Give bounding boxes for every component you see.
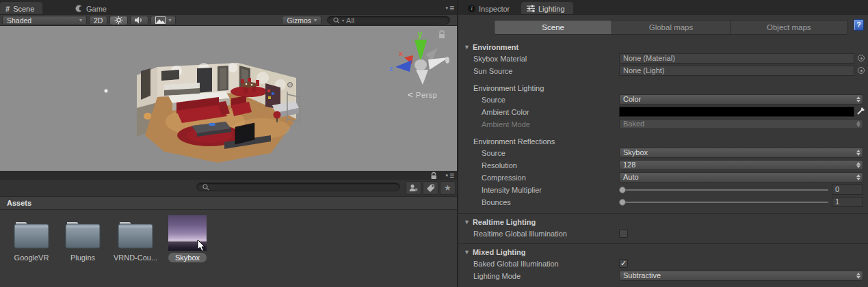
realtime-gi-checkbox[interactable] xyxy=(619,229,628,238)
persp-arrow-icon: < xyxy=(408,90,413,100)
game-icon xyxy=(75,5,83,12)
tab-scene[interactable]: # Scene xyxy=(0,2,42,15)
scene-audio-toggle[interactable] xyxy=(130,16,148,25)
folder-icon xyxy=(116,218,155,250)
reflections-compression-dropdown[interactable]: Auto xyxy=(619,172,863,182)
eyedropper-icon[interactable] xyxy=(856,107,865,117)
view-tab-global-maps[interactable]: Global maps xyxy=(612,20,730,34)
subsection-environment-reflections: Environment Reflections xyxy=(458,136,868,147)
chevron-down-icon: ▾ xyxy=(314,18,317,23)
asset-label: Plugins xyxy=(59,254,107,262)
row-realtime-gi: Realtime Global Illumination xyxy=(458,228,868,240)
scene-lighting-toggle[interactable] xyxy=(109,16,128,25)
assets-grid: GoogleVR Plugins xyxy=(0,210,457,287)
slider-handle[interactable] xyxy=(619,199,626,206)
search-icon xyxy=(202,184,209,191)
lighting-mode-dropdown[interactable]: Subtractive xyxy=(619,271,863,281)
help-icon[interactable]: ? xyxy=(854,19,864,31)
inspector-tabstrip: i Inspector Lighting xyxy=(458,0,868,15)
intensity-multiplier-slider[interactable] xyxy=(619,184,828,195)
view-tab-scene[interactable]: Scene xyxy=(495,20,612,34)
object-picker-icon[interactable] xyxy=(858,67,865,74)
scene-search-input[interactable]: ▾ All xyxy=(327,16,450,25)
scene-viewport[interactable]: y x z xyxy=(0,26,457,171)
lock-icon[interactable] xyxy=(438,30,446,40)
tab-game[interactable]: Game xyxy=(70,2,115,15)
search-by-type-button[interactable] xyxy=(406,181,421,195)
row-lighting-mode: Lighting Mode Subtractive xyxy=(458,270,868,282)
skybox-material-field[interactable]: None (Material) xyxy=(619,53,854,64)
subsection-environment-lighting: Environment Lighting xyxy=(458,83,868,94)
check-icon: ✓ xyxy=(620,260,627,267)
dropdown-arrows-icon xyxy=(856,174,860,180)
lighting-view-tabs: Scene Global maps Object maps xyxy=(494,20,848,35)
axis-z-label: z xyxy=(389,64,393,72)
dropdown-arrows-icon xyxy=(856,96,860,102)
effects-dropdown[interactable]: ▾ xyxy=(150,16,176,25)
asset-folder-vrnd-course[interactable]: VRND-Cou... xyxy=(111,218,159,262)
intensity-multiplier-value[interactable]: 0 xyxy=(832,184,863,195)
asset-folder-plugins[interactable]: Plugins xyxy=(59,218,107,262)
dropdown-arrows-icon xyxy=(856,162,860,168)
object-picker-icon[interactable] xyxy=(858,55,865,62)
lock-icon[interactable] xyxy=(430,172,438,180)
persp-text: Persp xyxy=(416,91,437,99)
search-by-label-button[interactable] xyxy=(423,181,438,195)
scene-grid-icon: # xyxy=(5,5,10,13)
axis-z-cone xyxy=(395,60,412,72)
ambient-color-swatch[interactable] xyxy=(619,107,854,117)
asset-skybox-selected[interactable]: Skybox xyxy=(163,215,211,262)
chevron-down-icon: ▾ xyxy=(168,18,171,23)
axis-y-label: y xyxy=(418,29,423,39)
scene-and-project-area: # Scene Game ▾ ≡ Shaded ▾ 2D xyxy=(0,0,457,287)
image-icon xyxy=(155,16,166,24)
gizmos-dropdown[interactable]: Gizmos ▾ xyxy=(282,16,321,25)
foldout-icon: ▼ xyxy=(464,44,470,51)
asset-folder-googlevr[interactable]: GoogleVR xyxy=(8,218,55,262)
section-divider xyxy=(458,243,868,244)
folder-icon xyxy=(64,218,102,250)
dropdown-arrows-icon xyxy=(856,273,860,279)
scene-tabstrip: # Scene Game ▾ ≡ xyxy=(0,0,457,15)
project-search-input[interactable] xyxy=(196,182,400,191)
slider-handle[interactable] xyxy=(619,187,626,193)
sun-icon xyxy=(114,16,123,25)
sun-source-field[interactable]: None (Light) xyxy=(619,66,854,76)
row-reflections-source: Source Skybox xyxy=(458,147,868,159)
section-header-mixed-lighting[interactable]: ▼ Mixed Lighting xyxy=(458,247,868,258)
projection-indicator[interactable]: < Persp xyxy=(408,90,437,100)
shading-mode-dropdown[interactable]: Shaded ▾ xyxy=(2,16,87,25)
star-icon: ★ xyxy=(444,184,451,192)
bounces-slider[interactable] xyxy=(619,197,828,207)
env-lighting-source-dropdown[interactable]: Color xyxy=(619,94,863,105)
asset-label: GoogleVR xyxy=(8,254,55,262)
project-panel-topbar: ▾ ≡ xyxy=(0,171,457,180)
view-tab-object-maps[interactable]: Object maps xyxy=(731,20,847,34)
asset-label: VRND-Cou... xyxy=(111,254,159,262)
reflections-source-dropdown[interactable]: Skybox xyxy=(619,148,863,158)
section-header-realtime-lighting[interactable]: ▼ Realtime Lighting xyxy=(458,217,868,228)
row-reflections-resolution: Resolution 128 xyxy=(458,159,868,172)
row-sun-source: Sun Source None (Light) xyxy=(458,65,868,77)
tab-inspector[interactable]: i Inspector xyxy=(462,2,518,15)
tab-lighting[interactable]: Lighting xyxy=(521,2,573,15)
2d-toggle-button[interactable]: 2D xyxy=(89,16,107,25)
tab-inspector-label: Inspector xyxy=(479,5,510,13)
favorites-button[interactable]: ★ xyxy=(440,181,456,195)
bounces-value[interactable]: 1 xyxy=(832,197,863,207)
reflections-resolution-dropdown[interactable]: 128 xyxy=(619,160,863,170)
dropdown-arrows-icon xyxy=(856,121,860,127)
chevron-down-icon: ▾ xyxy=(79,18,82,23)
section-divider xyxy=(458,213,868,214)
project-panel-menu-icon[interactable]: ▾ ≡ xyxy=(445,171,454,180)
baked-gi-checkbox[interactable]: ✓ xyxy=(619,259,628,268)
assets-breadcrumb[interactable]: Assets xyxy=(0,197,457,210)
row-ambient-mode: Ambient Mode Baked xyxy=(458,118,868,131)
row-baked-gi: Baked Global Illumination ✓ xyxy=(458,258,868,270)
info-icon: i xyxy=(468,5,475,12)
project-toolbar: ★ xyxy=(0,180,457,197)
foldout-icon: ▼ xyxy=(464,219,470,226)
section-header-environment[interactable]: ▼ Environment xyxy=(458,42,868,53)
skybox-thumbnail xyxy=(168,215,207,251)
scene-panel-menu-icon[interactable]: ▾ ≡ xyxy=(445,3,454,13)
